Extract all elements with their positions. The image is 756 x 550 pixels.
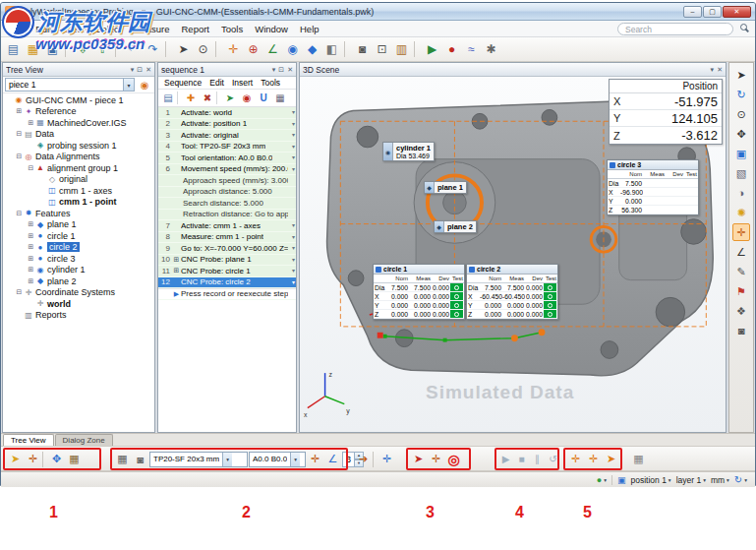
- sequence-step[interactable]: 11 ⊞ CNC Probe: circle 1: [158, 266, 296, 277]
- sequence-step[interactable]: 8 Measure: cmm 1 - point: [158, 232, 296, 244]
- step-expander-icon[interactable]: ▶: [172, 290, 181, 298]
- chevron-down-icon[interactable]: ▾: [222, 453, 232, 466]
- tool-orientation-selector[interactable]: A0.0 B0.0 ▾: [249, 452, 306, 467]
- camera-icon[interactable]: ◙: [353, 40, 372, 59]
- tool-angles-icon[interactable]: ∠: [324, 450, 341, 468]
- probe-device-icon[interactable]: ✛: [224, 40, 243, 59]
- zoom-tool-icon[interactable]: ⊙: [194, 40, 212, 59]
- gauge-icon[interactable]: ◧: [322, 40, 341, 59]
- snapshot-icon[interactable]: ⊡: [373, 40, 391, 59]
- sequence-step[interactable]: 4 Tool: TP20-SF 20x3 mm: [158, 142, 296, 153]
- profile-chart-icon[interactable]: ≈: [462, 40, 481, 59]
- menu-item[interactable]: View: [58, 23, 89, 35]
- sequence-menu-item[interactable]: Insert: [228, 78, 257, 88]
- chevron-down-icon[interactable]: ▾: [744, 477, 747, 483]
- sequence-menu-item[interactable]: Sequence: [160, 78, 205, 88]
- redo-icon[interactable]: ↷: [144, 40, 162, 59]
- step-expander-icon[interactable]: ⊞: [172, 267, 181, 275]
- run-sequence-icon[interactable]: ➤: [222, 91, 238, 106]
- view-cube-icon[interactable]: ▧: [732, 164, 750, 182]
- alignment-icon[interactable]: ⊕: [244, 40, 262, 59]
- tree-expander-icon[interactable]: ⊟: [27, 164, 35, 172]
- menu-item[interactable]: Window: [249, 23, 294, 35]
- sequence-step[interactable]: Search distance: 5.000: [158, 198, 296, 210]
- circle-2-result-table[interactable]: circle 2 Nom Meas Dev Test: [466, 264, 558, 320]
- tree-row[interactable]: ◇ original: [3, 174, 154, 186]
- execute-icon[interactable]: ▶: [498, 450, 513, 468]
- sequence-step[interactable]: 1 Activate: world: [158, 107, 296, 119]
- probe-toolbar-options-icon[interactable]: ▦: [630, 450, 647, 468]
- tree-expander-icon[interactable]: ⊞: [27, 232, 35, 240]
- search-input[interactable]: [617, 23, 733, 35]
- chevron-down-icon[interactable]: ▾: [604, 477, 607, 483]
- title-bar[interactable]: PolyWorks|Inspector Probing - p... GUI-C…: [1, 3, 755, 21]
- plane-1-annotation[interactable]: ◆ plane 1: [424, 181, 467, 194]
- panel-pin-icon[interactable]: ⊡: [137, 66, 143, 74]
- position-readout[interactable]: Position X -51.975 Y: [609, 79, 723, 145]
- open-file-icon[interactable]: ▦: [24, 40, 42, 59]
- import-icon[interactable]: ⇩: [74, 40, 92, 59]
- tree-expander-icon[interactable]: ⊟: [15, 153, 24, 160]
- panel-tab[interactable]: Dialog Zone: [55, 434, 113, 446]
- maximize-button[interactable]: ▢: [703, 6, 722, 18]
- play-macro-icon[interactable]: ▶: [423, 40, 441, 59]
- zoom-view-icon[interactable]: ⊙: [732, 105, 750, 123]
- light-icon[interactable]: ✺: [732, 204, 750, 221]
- stop-record-icon[interactable]: ◎: [445, 450, 462, 468]
- minimize-button[interactable]: –: [683, 6, 702, 18]
- tree-expander-icon[interactable]: ⊞: [27, 255, 35, 263]
- tree-row[interactable]: ⊟ ▲ alignment group 1: [3, 162, 154, 174]
- sequence-menu-item[interactable]: Tools: [257, 78, 284, 88]
- sequence-panel-header[interactable]: sequence 1 ▾ ⊡ ✕: [158, 63, 296, 77]
- tree-expander-icon[interactable]: ⊟: [15, 130, 24, 138]
- sequence-grid-icon[interactable]: ▦: [272, 91, 288, 106]
- rotate-view-icon[interactable]: ↻: [732, 86, 750, 103]
- hand-tool-icon[interactable]: ❖: [732, 302, 750, 320]
- tree-expander-icon[interactable]: ⊞: [27, 220, 35, 228]
- measure-angle-icon[interactable]: ∠: [263, 40, 282, 59]
- scene-panel-header[interactable]: 3D Scene ▾ ✕: [300, 63, 726, 77]
- pause-icon[interactable]: ∥: [530, 450, 545, 468]
- color-indicator[interactable]: ● ▾: [597, 475, 607, 485]
- tree-row[interactable]: ⊟ ▤ Data: [3, 129, 154, 141]
- menu-item[interactable]: Tools: [215, 23, 249, 35]
- tree-row[interactable]: ✛ world: [3, 298, 154, 310]
- panel-close-icon[interactable]: ✕: [145, 66, 151, 74]
- sequence-step[interactable]: 5 Tool orientation: A0.0 B0.0: [158, 153, 296, 164]
- tree-panel-header[interactable]: Tree View ▾ ⊡ ✕: [3, 63, 154, 77]
- tree-row[interactable]: ◫ cmm 1 - axes: [3, 185, 154, 197]
- add-step-icon[interactable]: ✚: [183, 91, 199, 106]
- stop-icon[interactable]: ■: [514, 450, 529, 468]
- probe-compensate-icon[interactable]: ✥: [48, 450, 65, 468]
- probe-macro-icon[interactable]: ▦: [66, 450, 83, 468]
- close-button[interactable]: ✕: [723, 6, 751, 18]
- snap-icon[interactable]: ▣: [617, 475, 626, 485]
- cnc-goto-icon[interactable]: ➤: [603, 450, 619, 468]
- annotation-icon[interactable]: ✎: [732, 263, 750, 280]
- tree-home-icon[interactable]: ◉: [137, 78, 152, 92]
- tree-expander-icon[interactable]: ⊞: [27, 243, 35, 251]
- chevron-down-icon[interactable]: ▾: [669, 477, 671, 483]
- tree-expander-icon[interactable]: ⊞: [27, 266, 35, 274]
- chevron-down-icon[interactable]: ▾: [290, 453, 300, 466]
- cnc-probe-feature-icon[interactable]: ✛: [585, 450, 602, 468]
- shading-mode-icon[interactable]: ◑: [732, 184, 750, 202]
- sequence-step[interactable]: 2 Activate: position 1: [158, 119, 296, 131]
- new-sequence-icon[interactable]: ▤: [160, 91, 176, 106]
- options-icon[interactable]: ✱: [482, 40, 500, 59]
- scene-camera-icon[interactable]: ◙: [732, 322, 750, 339]
- sequence-step[interactable]: 7 Activate: cmm 1 - axes: [158, 220, 296, 232]
- circle-3-result-table[interactable]: circle 3 Nom Meas Dev Test: [607, 159, 699, 215]
- menu-item[interactable]: Edit: [29, 23, 57, 35]
- record-macro-icon[interactable]: ●: [442, 40, 461, 59]
- chevron-down-icon[interactable]: ▾: [703, 477, 706, 483]
- layer-selector[interactable]: layer 1 ▾: [676, 475, 706, 485]
- tree-row[interactable]: ⊟ ◎ Data Alignments: [3, 152, 154, 163]
- chevron-down-icon[interactable]: ▾: [727, 477, 729, 483]
- probe-options-icon[interactable]: ✛: [378, 450, 395, 468]
- menu-item[interactable]: Report: [175, 23, 215, 35]
- flag-icon[interactable]: ⚑: [732, 282, 750, 300]
- menu-item[interactable]: File: [3, 23, 29, 35]
- tree-row[interactable]: ◈ probing session 1: [3, 140, 154, 152]
- position-selector[interactable]: position 1 ▾: [630, 475, 670, 485]
